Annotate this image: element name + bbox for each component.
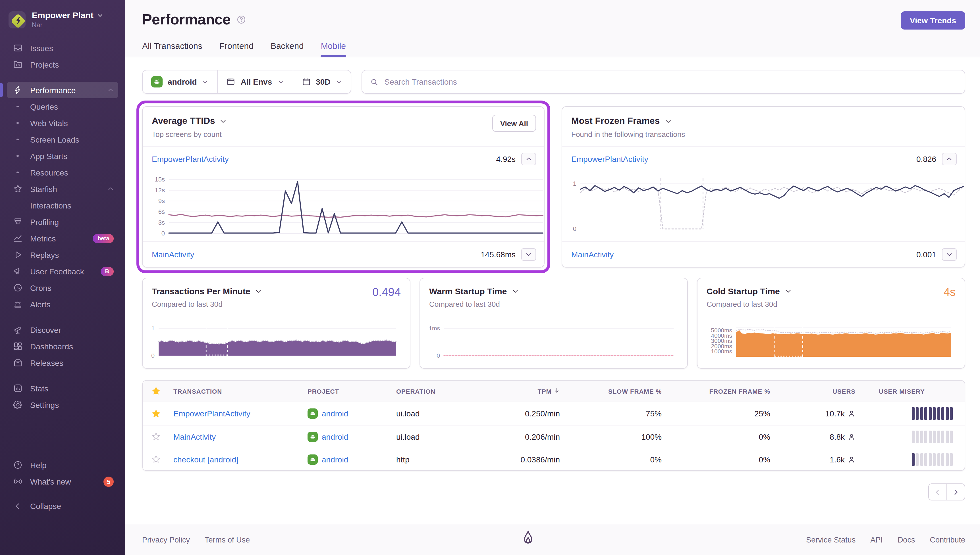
tpm-chart: 01 <box>147 322 402 364</box>
issues-icon <box>13 43 23 53</box>
sidebar-item-resources[interactable]: Resources <box>7 164 118 181</box>
search-icon <box>370 77 379 86</box>
sidebar-item-projects[interactable]: Projects <box>7 56 118 73</box>
sidebar-item-help[interactable]: Help <box>7 457 118 473</box>
transaction-link[interactable]: MainActivity <box>169 432 303 441</box>
tab-mobile[interactable]: Mobile <box>321 41 346 57</box>
star-toggle[interactable] <box>143 432 169 441</box>
sidebar-item-profiling[interactable]: Profiling <box>7 213 118 230</box>
column-header-frozen-frame[interactable]: FROZEN FRAME % <box>666 388 775 395</box>
sidebar-item-label: Alerts <box>30 300 51 309</box>
active-indicator <box>0 83 3 97</box>
sidebar-item-label: Screen Loads <box>30 135 79 144</box>
sidebar-item-label: Projects <box>30 60 59 69</box>
sidebar-item-label: Queries <box>30 102 58 111</box>
transaction-link[interactable]: checkout [android] <box>169 455 303 464</box>
transaction-link[interactable]: MainActivity <box>571 250 614 259</box>
chevron-down-icon[interactable] <box>220 117 227 125</box>
project-filter-label: android <box>168 77 197 87</box>
column-header-transaction[interactable]: TRANSACTION <box>169 388 303 395</box>
transaction-link[interactable]: EmpowerPlantActivity <box>571 154 648 164</box>
footer-link[interactable]: Privacy Policy <box>142 536 190 544</box>
sidebar-item-metrics[interactable]: Metricsbeta <box>7 230 118 247</box>
org-switcher[interactable]: Empower Plant Nar <box>0 8 125 29</box>
star-icon <box>13 184 23 194</box>
chevron-down-icon[interactable] <box>784 287 792 295</box>
warm-startup-chart: 01ms <box>425 322 679 364</box>
transaction-link[interactable]: EmpowerPlantActivity <box>169 409 303 418</box>
next-page-button[interactable] <box>946 483 965 500</box>
collapse-label: Collapse <box>30 501 61 510</box>
user-misery-bars <box>860 453 965 465</box>
expand-chevron-button[interactable] <box>521 248 536 261</box>
column-header-operation[interactable]: OPERATION <box>392 388 471 395</box>
sidebar-item-label: Web Vitals <box>30 119 68 128</box>
sidebar-item-app-starts[interactable]: App Starts <box>7 148 118 164</box>
tab-all-transactions[interactable]: All Transactions <box>142 41 202 57</box>
chevron-down-icon <box>202 79 209 85</box>
project-cell[interactable]: android <box>303 454 392 464</box>
project-filter[interactable]: android <box>143 71 217 93</box>
search-input[interactable]: Search Transactions <box>362 70 965 94</box>
sidebar-collapse[interactable]: Collapse <box>7 497 118 514</box>
footer-link[interactable]: Docs <box>898 536 915 544</box>
column-header-user-misery[interactable]: USER MISERY <box>860 388 965 395</box>
sidebar-item-crons[interactable]: Crons <box>7 279 118 296</box>
svg-text:1: 1 <box>151 325 154 332</box>
star-toggle[interactable] <box>143 409 169 419</box>
footer-link[interactable]: Service Status <box>806 536 856 544</box>
collapse-chevron-button[interactable] <box>942 153 957 165</box>
sidebar-item-screen-loads[interactable]: Screen Loads <box>7 131 118 148</box>
sidebar-item-performance[interactable]: Performance <box>7 82 118 98</box>
column-header-slow-frame[interactable]: SLOW FRAME % <box>564 388 666 395</box>
tab-frontend[interactable]: Frontend <box>219 41 254 57</box>
footer-link[interactable]: Contribute <box>930 536 965 544</box>
collapse-chevron-button[interactable] <box>521 153 536 165</box>
sidebar-item-whats-new[interactable]: What's new5 <box>7 473 118 490</box>
sidebar-item-alerts[interactable]: Alerts <box>7 296 118 313</box>
table-header: TRANSACTIONPROJECTOPERATIONTPM SLOW FRAM… <box>143 380 965 402</box>
expand-chevron-button[interactable] <box>942 248 957 261</box>
sidebar-item-releases[interactable]: Releases <box>7 354 118 371</box>
view-trends-button[interactable]: View Trends <box>901 11 965 29</box>
column-header-tpm[interactable]: TPM <box>471 387 564 395</box>
date-range-filter[interactable]: 30D <box>293 71 351 93</box>
footer-right-links: Service StatusAPIDocsContribute <box>806 536 965 544</box>
footer-link[interactable]: Terms of Use <box>205 536 250 544</box>
svg-text:0: 0 <box>573 225 577 233</box>
chevron-down-icon[interactable] <box>255 287 262 295</box>
transaction-link[interactable]: EmpowerPlantActivity <box>152 154 229 164</box>
operation-cell: ui.load <box>392 432 471 441</box>
date-range-label: 30D <box>316 77 330 87</box>
star-column-header[interactable] <box>143 386 169 396</box>
project-cell[interactable]: android <box>303 409 392 419</box>
transaction-link[interactable]: MainActivity <box>152 250 194 259</box>
notification-badge: 5 <box>103 476 114 486</box>
sidebar-item-dashboards[interactable]: Dashboards <box>7 338 118 354</box>
chevron-down-icon[interactable] <box>664 117 672 125</box>
star-toggle[interactable] <box>143 454 169 464</box>
view-all-button[interactable]: View All <box>492 115 536 132</box>
chevron-down-icon[interactable] <box>511 287 519 295</box>
sidebar-item-user-feedback[interactable]: User FeedbackB <box>7 263 118 279</box>
environment-filter[interactable]: All Envs <box>218 71 293 93</box>
tab-backend[interactable]: Backend <box>271 41 304 57</box>
previous-page-button[interactable] <box>928 483 947 500</box>
sidebar-item-interactions[interactable]: Interactions <box>7 197 118 213</box>
sidebar-item-settings[interactable]: Settings <box>7 396 118 413</box>
sidebar-item-label: Dashboards <box>30 342 73 351</box>
sidebar-item-discover[interactable]: Discover <box>7 321 118 338</box>
sidebar-item-issues[interactable]: Issues <box>7 40 118 56</box>
help-icon[interactable] <box>236 15 246 27</box>
sidebar-item-replays[interactable]: Replays <box>7 247 118 263</box>
tpm-cell: 0.250/min <box>471 409 564 418</box>
sidebar-item-starfish[interactable]: Starfish <box>7 181 118 197</box>
sidebar-item-stats[interactable]: Stats <box>7 380 118 396</box>
sidebar-item-queries[interactable]: Queries <box>7 98 118 115</box>
sidebar-item-web-vitals[interactable]: Web Vitals <box>7 115 118 131</box>
column-header-users[interactable]: USERS <box>775 388 860 395</box>
footer-link[interactable]: API <box>870 536 883 544</box>
profiling-icon <box>13 217 23 227</box>
project-cell[interactable]: android <box>303 431 392 442</box>
siren-icon <box>13 299 23 309</box>
